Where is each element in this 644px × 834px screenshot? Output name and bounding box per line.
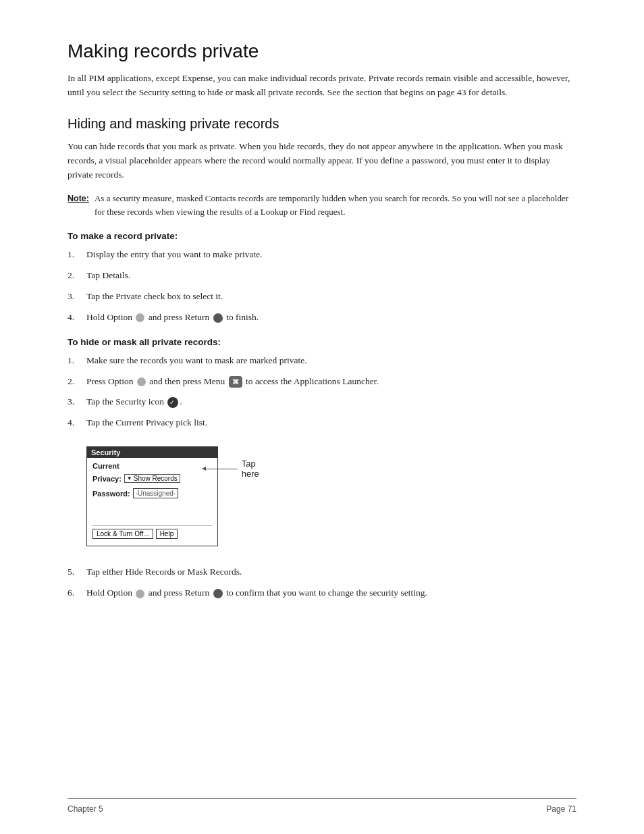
dialog-title-bar: Security xyxy=(87,447,217,458)
current-label-row: Current xyxy=(92,462,212,470)
note-label: Note: xyxy=(68,192,89,219)
password-row: Password: -Unassigned- xyxy=(92,488,212,498)
security-icon xyxy=(167,397,178,408)
lock-turn-off-button[interactable]: Lock & Turn Off... xyxy=(92,529,153,539)
security-dialog-screenshot: Security Current Privacy: ▼ Show Records… xyxy=(68,437,218,556)
steps-list-3: 5. Tap either Hide Records or Mask Recor… xyxy=(68,565,576,600)
privacy-dropdown[interactable]: ▼ Show Records xyxy=(124,474,180,483)
privacy-value: Show Records xyxy=(134,475,178,482)
option-icon-2 xyxy=(137,377,146,386)
security-dialog: Security Current Privacy: ▼ Show Records… xyxy=(86,446,218,546)
step-2-2: 2. Press Option and then press Menu ⌘ to… xyxy=(68,375,576,389)
step-2-1: 1. Make sure the records you want to mas… xyxy=(68,354,576,368)
steps-list-2: 1. Make sure the records you want to mas… xyxy=(68,354,576,431)
tap-here-annotation: Tap here xyxy=(206,459,268,479)
page-content: Making records private In all PIM applic… xyxy=(0,0,644,661)
option-icon-3 xyxy=(136,590,144,598)
menu-icon: ⌘ xyxy=(229,376,242,388)
section1-title: Hiding and masking private records xyxy=(68,116,576,132)
return-icon xyxy=(213,313,223,323)
dialog-body: Current Privacy: ▼ Show Records Password… xyxy=(87,458,217,546)
step-2-5: 5. Tap either Hide Records or Mask Recor… xyxy=(68,565,576,579)
privacy-row: Privacy: ▼ Show Records xyxy=(92,474,212,483)
dialog-buttons: Lock & Turn Off... Help xyxy=(92,525,212,542)
step-2-3: 3. Tap the Security icon . xyxy=(68,395,576,409)
footer-left: Chapter 5 xyxy=(68,804,103,814)
step-1: 1. Display the entry that you want to ma… xyxy=(68,248,576,262)
password-label: Password: xyxy=(92,490,130,498)
section1-body: You can hide records that you mark as pr… xyxy=(68,140,576,182)
intro-paragraph: In all PIM applications, except Expense,… xyxy=(68,72,576,100)
dropdown-arrow-icon: ▼ xyxy=(127,475,132,481)
steps-list-1: 1. Display the entry that you want to ma… xyxy=(68,248,576,325)
step-4: 4. Hold Option and press Return to finis… xyxy=(68,311,576,325)
subsection2-heading: To hide or mask all private records: xyxy=(68,337,576,347)
page-footer: Chapter 5 Page 71 xyxy=(68,798,576,814)
step-2-4: 4. Tap the Current Privacy pick list. xyxy=(68,416,576,430)
footer-right: Page 71 xyxy=(546,804,576,814)
page-title: Making records private xyxy=(68,41,576,62)
return-icon-2 xyxy=(213,589,223,598)
privacy-label: Privacy: xyxy=(92,475,122,483)
current-label: Current xyxy=(92,462,119,470)
option-icon xyxy=(136,313,144,322)
note-text: As a security measure, masked Contacts r… xyxy=(95,192,576,219)
step-2: 2. Tap Details. xyxy=(68,269,576,283)
step-2-6: 6. Hold Option and press Return to confi… xyxy=(68,586,576,600)
note-block: Note: As a security measure, masked Cont… xyxy=(68,192,576,219)
subsection1-heading: To make a record private: xyxy=(68,231,576,241)
password-value: -Unassigned- xyxy=(133,488,178,498)
step-3: 3. Tap the Private check box to select i… xyxy=(68,290,576,304)
help-button[interactable]: Help xyxy=(156,529,178,539)
tap-here-text: Tap here xyxy=(242,459,268,479)
